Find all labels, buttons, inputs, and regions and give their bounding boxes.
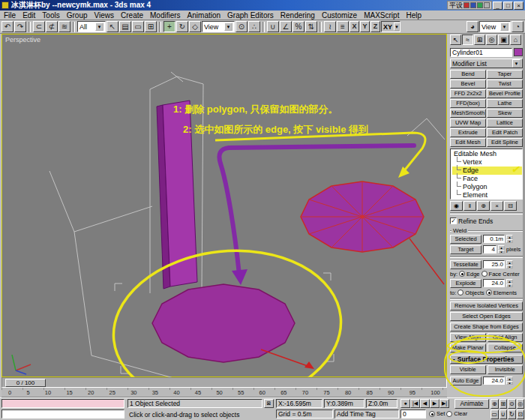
spin-down-icon[interactable]: ▾ [506, 381, 513, 386]
refine-ends-checkbox[interactable]: ✓ [450, 218, 457, 224]
menu-views[interactable]: Views [94, 11, 115, 20]
time-slider-track[interactable]: 0 / 100 [2, 377, 447, 388]
tessellate-button[interactable]: Tessellate [450, 260, 482, 269]
spin-down-icon[interactable]: ▾ [498, 250, 505, 254]
visible-button[interactable]: Visible [450, 365, 486, 374]
modifier-button-ffdbox[interactable]: FFD(box) [450, 99, 486, 108]
selection-filter-dropdown[interactable]: All▼ [77, 21, 106, 32]
tab-motion-icon[interactable]: ◎ [486, 34, 497, 45]
axis-constraint-xy-dropdown[interactable]: XY▼ [381, 21, 400, 32]
render-scene-icon[interactable]: ◕ [466, 21, 478, 32]
remove-modifier-icon[interactable]: × [490, 201, 503, 211]
play-icon[interactable]: ▶ [430, 399, 440, 408]
stack-item-face[interactable]: Face [452, 175, 522, 183]
spin-down-icon[interactable]: ▾ [506, 239, 513, 244]
object-color-swatch[interactable] [514, 48, 523, 56]
modifier-button-bend[interactable]: Bend [450, 70, 486, 79]
modifier-button-extrude[interactable]: Extrude [450, 128, 486, 137]
redo-icon[interactable]: ↷ [14, 21, 26, 32]
view-align-button[interactable]: View Align [450, 333, 486, 342]
remove-isolated-vertices-button[interactable]: Remove Isolated Vertices [450, 302, 523, 310]
modifier-button-lathe[interactable]: Lathe [487, 99, 523, 108]
key-mode-icon[interactable]: ● [400, 399, 410, 408]
tessellate-field[interactable]: 25.0 [483, 260, 505, 268]
tab-utilities-icon[interactable]: ⌂ [510, 34, 521, 45]
align-icon[interactable]: ≡ [337, 21, 349, 32]
select-open-edges-button[interactable]: Select Open Edges [450, 312, 523, 321]
viewport-label[interactable]: Perspective [5, 36, 40, 44]
zoom-region-icon[interactable]: ▭ [490, 410, 499, 419]
angle-snap-icon[interactable]: ∠ [280, 21, 292, 32]
menu-help[interactable]: Help [406, 11, 422, 20]
use-pivot-center-icon[interactable]: ⊙ [236, 21, 248, 32]
menu-file[interactable]: File [4, 11, 16, 20]
auto-edge-button[interactable]: Auto Edge [450, 376, 482, 386]
modifier-button-lattice[interactable]: Lattice [487, 118, 523, 128]
coordinate-x-field[interactable]: X:-16.595m [276, 399, 322, 408]
menu-graph-editors[interactable]: Graph Editors [227, 11, 274, 20]
bind-spacewarp-icon[interactable]: ≋ [58, 21, 70, 32]
stack-item-edge[interactable]: Edge [452, 166, 522, 175]
go-start-icon[interactable]: |◀ [410, 399, 420, 408]
zoom-extents-icon[interactable]: ⊙ [508, 399, 516, 409]
menu-edit[interactable]: Edit [22, 11, 35, 20]
track-bar[interactable]: 0 5 10 15 20 25 30 35 40 45 50 55 60 65 … [2, 388, 447, 398]
collapse-button[interactable]: Collapse [488, 344, 524, 352]
add-time-tag[interactable]: Add Time Tag [334, 410, 399, 418]
explode-button[interactable]: Explode [450, 279, 482, 288]
min-max-toggle-icon[interactable]: ⊡ [517, 410, 525, 419]
make-unique-icon[interactable]: ⊕ [477, 201, 490, 211]
zoom-all-icon[interactable]: ⊞ [500, 399, 508, 409]
modifier-button-twist[interactable]: Twist [487, 80, 523, 88]
spinner[interactable]: ▴▾ [506, 235, 513, 243]
ime-icon[interactable] [477, 2, 483, 8]
zoom-icon[interactable]: ⊕ [490, 399, 499, 409]
modifier-button-meshsmooth[interactable]: MeshSmooth [450, 109, 486, 118]
menu-create[interactable]: Create [121, 11, 143, 20]
object-name-field[interactable]: Cylinder01 [450, 48, 512, 57]
spin-down-icon[interactable]: ▾ [506, 265, 513, 269]
spinner-snap-icon[interactable]: ⇅ [305, 21, 317, 32]
axis-constraint-z-button[interactable]: Z [370, 21, 380, 32]
coordinate-z-field[interactable]: Z:0.0m [366, 399, 398, 408]
grid-align-button[interactable]: Grid Align [488, 333, 524, 342]
current-time-field[interactable]: 0 [400, 410, 426, 418]
ime-icon[interactable] [484, 2, 490, 8]
select-by-name-icon[interactable]: ▤ [119, 21, 131, 32]
pin-stack-icon[interactable]: ◉ [450, 201, 463, 211]
select-manipulate-icon[interactable]: ∴ [248, 21, 260, 32]
pan-icon[interactable]: ∪ [500, 410, 508, 419]
modifier-button-edit-mesh[interactable]: Edit Mesh [450, 138, 486, 147]
explode-field[interactable]: 24.0 [483, 279, 505, 287]
minimize-button[interactable]: _ [493, 2, 502, 10]
spinner[interactable]: ▴▾ [506, 260, 513, 268]
radio-set[interactable] [429, 411, 435, 417]
maxscript-listener-pink[interactable] [2, 399, 124, 408]
select-and-move-icon[interactable]: + [164, 21, 176, 32]
close-button[interactable]: × [514, 2, 524, 10]
menu-modifiers[interactable]: Modifiers [150, 11, 181, 20]
select-and-scale-icon[interactable]: ◇ [189, 21, 201, 32]
weld-target-field[interactable]: 4 [483, 245, 496, 254]
maximize-button[interactable]: □ [503, 2, 513, 10]
ime-icon[interactable] [470, 2, 476, 8]
go-end-icon[interactable]: ▶| [440, 399, 449, 408]
weld-selected-button[interactable]: Selected [450, 235, 482, 244]
animate-button[interactable]: Animate [454, 399, 489, 409]
arc-rotate-icon[interactable]: ↻ [508, 410, 516, 419]
weld-selected-field[interactable]: 0.1m [483, 235, 505, 243]
axis-constraint-y-button[interactable]: Y [360, 21, 370, 32]
make-planar-button[interactable]: Make Planar [450, 344, 486, 352]
time-slider-button[interactable]: 0 / 100 [5, 379, 46, 387]
percent-snap-icon[interactable]: % [292, 21, 304, 32]
quick-render-icon[interactable]: ◔ [512, 21, 524, 32]
modifier-button-edit-spline[interactable]: Edit Spline [487, 138, 523, 147]
menu-maxscript[interactable]: MAXScript [364, 11, 399, 20]
stack-item-polygon[interactable]: Polygon [452, 183, 522, 191]
prev-frame-icon[interactable]: ◀ [420, 399, 430, 408]
tab-display-icon[interactable]: ▣ [498, 34, 509, 45]
select-object-icon[interactable]: ↖ [106, 21, 118, 32]
modifier-button-bevel[interactable]: Bevel [450, 80, 486, 88]
auto-edge-field[interactable]: 24.0 [483, 376, 505, 385]
stack-root[interactable]: Editable Mesh [452, 150, 522, 158]
